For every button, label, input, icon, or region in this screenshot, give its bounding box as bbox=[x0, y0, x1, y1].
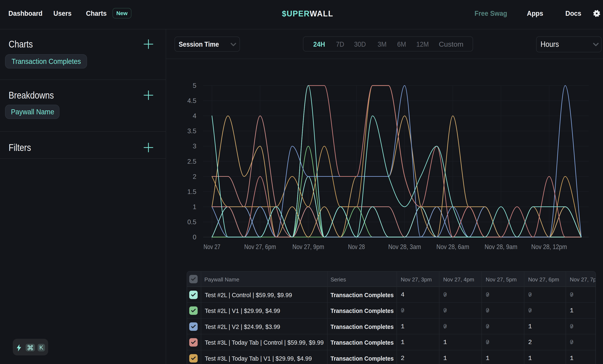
svg-text:Nov 27, 9pm: Nov 27, 9pm bbox=[292, 243, 324, 250]
svg-text:1: 1 bbox=[193, 203, 196, 211]
svg-text:0.5: 0.5 bbox=[187, 218, 196, 226]
svg-text:Nov 28, 3am: Nov 28, 3am bbox=[388, 243, 421, 250]
svg-text:4: 4 bbox=[193, 112, 196, 120]
svg-text:2: 2 bbox=[193, 173, 196, 180]
svg-text:Nov 28, 6am: Nov 28, 6am bbox=[437, 243, 469, 250]
svg-text:0: 0 bbox=[193, 233, 196, 241]
svg-text:Nov 28, 12pm: Nov 28, 12pm bbox=[531, 243, 567, 250]
svg-text:Nov 28: Nov 28 bbox=[348, 243, 365, 250]
svg-text:Nov 27: Nov 27 bbox=[204, 243, 220, 250]
svg-text:4.5: 4.5 bbox=[187, 97, 196, 104]
svg-text:5: 5 bbox=[193, 82, 196, 89]
svg-text:3.5: 3.5 bbox=[187, 127, 196, 135]
svg-text:1.5: 1.5 bbox=[187, 188, 196, 195]
svg-text:Nov 27, 6pm: Nov 27, 6pm bbox=[244, 243, 276, 250]
svg-text:3: 3 bbox=[193, 142, 196, 150]
svg-text:Nov 28, 9am: Nov 28, 9am bbox=[485, 243, 517, 250]
svg-text:2.5: 2.5 bbox=[187, 158, 196, 165]
